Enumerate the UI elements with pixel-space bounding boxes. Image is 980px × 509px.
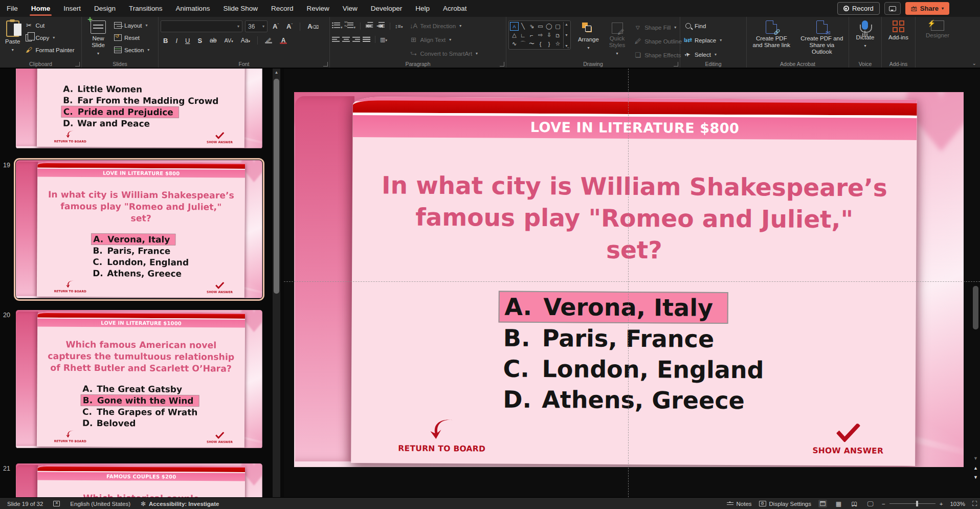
answer-option[interactable]: D.Athens, Greece [503, 384, 745, 416]
menu-tab-insert[interactable]: Insert [57, 0, 87, 17]
bold-button[interactable]: B [161, 36, 170, 45]
horizontal-guide[interactable] [284, 281, 980, 282]
dictate-button[interactable]: Dictate▾ [853, 18, 878, 59]
notes-button[interactable]: Notes [727, 501, 752, 507]
align-text-button[interactable]: ⊞Align Text▾ [408, 34, 479, 45]
columns-button[interactable]: ▥▾ [380, 36, 387, 43]
menu-tab-view[interactable]: View [336, 0, 364, 17]
slide-thumbnail-20[interactable]: ♥♥♥LOVE IN LITERATURE $1000Which famous … [16, 310, 262, 449]
shapes-scroll-up[interactable]: ▲ [565, 23, 568, 26]
canvas-scrollbar[interactable]: ▼ ▲ ▼ [972, 69, 979, 497]
menu-tab-record[interactable]: Record [264, 0, 300, 17]
comments-button[interactable] [884, 2, 901, 15]
return-to-board-button[interactable]: RETURN TO BOARD [54, 280, 86, 293]
record-button[interactable]: Record [837, 2, 880, 15]
line-shape-icon[interactable]: ╲ [519, 22, 527, 31]
accessibility-indicator[interactable]: ✻Accessibility: Investigate [141, 500, 219, 507]
slide-thumbnail-19[interactable]: ♥♥♥LOVE IN LITERATURE $800In what city i… [16, 160, 262, 299]
align-right-button[interactable] [352, 36, 360, 43]
create-pdf-outlook-button[interactable]: Create PDF and Share via Outlook [797, 18, 847, 59]
menu-tab-developer[interactable]: Developer [364, 0, 409, 17]
quick-styles-button[interactable]: Quick Styles▾ [606, 20, 628, 57]
display-settings-button[interactable]: ⚙Display Settings [759, 501, 811, 507]
find-button[interactable]: Find [682, 20, 744, 31]
star-shape-icon[interactable]: ☆ [553, 39, 562, 48]
line-spacing-button[interactable]: ↕≡▾ [395, 23, 403, 29]
answer-option[interactable]: B.Paris, France [93, 245, 170, 257]
slide-indicator[interactable]: Slide 19 of 32 [7, 501, 43, 507]
answer-option-highlighted[interactable]: C.Pride and Prejudice [61, 106, 179, 118]
shapes-gallery[interactable]: A╲⇘▭◯▢ △∟⌐⇨⇩🗅 ∿⌒〜{}☆ ▲▼▼̲ [508, 20, 571, 50]
text-direction-button[interactable]: ↓AText Direction▾ [408, 20, 479, 31]
paste-button[interactable]: Paste▾ [2, 18, 23, 59]
elbow-arrow-shape-icon[interactable]: ⌐ [527, 31, 536, 39]
thumbnails-scrollbar[interactable]: ▲ [273, 69, 280, 497]
drawing-dialog-launcher[interactable] [674, 62, 678, 67]
scroll-up-arrow-icon[interactable]: ▲ [273, 70, 280, 75]
justify-button[interactable] [363, 36, 370, 43]
triangle-shape-icon[interactable]: △ [510, 31, 519, 39]
category-title-band[interactable]: LOVE IN LITERATURE $800 [37, 169, 245, 178]
question-text[interactable]: In what city is William Shakespeare’sfam… [46, 189, 237, 225]
select-button[interactable]: ➤Select▾ [682, 49, 744, 60]
menu-tab-slide-show[interactable]: Slide Show [216, 0, 264, 17]
return-to-board-button[interactable]: RETURN TO BOARD [398, 417, 485, 454]
spellcheck-button[interactable]: ✕ [53, 501, 60, 506]
elbow-shape-icon[interactable]: ∟ [519, 31, 527, 39]
italic-button[interactable]: I [173, 36, 180, 45]
change-case-button[interactable]: Aa▾ [238, 36, 253, 45]
right-arrow-shape-icon[interactable]: ⇨ [536, 31, 545, 39]
section-button[interactable]: Section▾ [113, 45, 151, 55]
arc-shape-icon[interactable]: ⌒ [519, 39, 527, 48]
category-title-band[interactable]: FAMOUS COUPLES $200 [37, 472, 245, 481]
create-pdf-link-button[interactable]: Create PDF and Share link [749, 18, 794, 59]
strikethrough-button[interactable]: ab [207, 36, 219, 45]
menu-tab-acrobat[interactable]: Acrobat [436, 0, 474, 17]
menu-tab-review[interactable]: Review [300, 0, 336, 17]
menu-tab-help[interactable]: Help [409, 0, 436, 17]
new-slide-button[interactable]: New Slide▾ [84, 18, 113, 59]
copy-button[interactable]: Copy▾ [23, 32, 76, 43]
right-brace-shape-icon[interactable]: } [545, 39, 553, 48]
align-center-button[interactable] [342, 36, 350, 43]
cut-button[interactable]: ✂Cut [23, 20, 76, 31]
paragraph-dialog-launcher[interactable] [500, 62, 504, 67]
bullets-button[interactable]: ▾ [332, 21, 343, 31]
shrink-font-button[interactable]: Aˇ [284, 22, 295, 31]
question-text[interactable]: Which historical couple [46, 492, 237, 497]
curve-shape-icon[interactable]: 〜 [527, 39, 536, 48]
clipboard-dialog-launcher[interactable] [75, 62, 80, 67]
previous-slide-button[interactable]: ▲ [972, 466, 979, 471]
vertical-guide[interactable] [628, 69, 629, 497]
font-size-combobox[interactable]: 36▾ [245, 20, 268, 32]
rect-shape-icon[interactable]: ▭ [536, 22, 545, 31]
return-to-board-button[interactable]: RETURN TO BOARD [54, 130, 86, 143]
category-title-band[interactable]: LOVE IN LITERATURE $1000 [37, 319, 245, 328]
slideshow-view-button[interactable]: 🖵 [866, 500, 875, 507]
font-dialog-launcher[interactable] [323, 62, 328, 67]
menu-tab-transitions[interactable]: Transitions [122, 0, 169, 17]
normal-view-button[interactable]: 🗔 [818, 500, 827, 507]
answer-option[interactable]: C.The Grapes of Wrath [82, 406, 197, 418]
zoom-out-button[interactable]: − [882, 501, 885, 507]
answer-option[interactable]: A.The Great Gatsby [82, 383, 182, 395]
reading-view-button[interactable]: 🕮 [850, 500, 859, 507]
replace-button[interactable]: b⇄Replace▾ [682, 35, 744, 46]
answer-option[interactable]: D.Beloved [82, 417, 136, 429]
zoom-slider[interactable]: − + [882, 501, 943, 507]
answers-list[interactable]: A.Verona, ItalyB.Paris, FranceC.London, … [503, 291, 764, 416]
show-answer-button[interactable]: SHOW ANSWER [207, 432, 233, 444]
language-indicator[interactable]: English (United States) [70, 501, 130, 507]
answer-option[interactable]: D.Athens, Greece [93, 268, 182, 279]
shapes-more[interactable]: ▼̲ [565, 44, 568, 48]
grow-font-button[interactable]: Aˆ [270, 22, 281, 31]
flowchart-shape-icon[interactable]: 🗅 [553, 31, 562, 39]
question-text[interactable]: Which famous American novelcaptures the … [46, 339, 237, 374]
roundrect-shape-icon[interactable]: ▢ [553, 22, 562, 31]
answer-option[interactable]: C.London, England [93, 256, 189, 268]
shapes-scroll-down[interactable]: ▼ [565, 33, 568, 37]
convert-smartart-button[interactable]: ⮑Convert to SmartArt▾ [408, 48, 479, 59]
highlight-color-button[interactable]: 🖉 [262, 37, 275, 44]
answer-option-highlighted[interactable]: A.Verona, Italy [498, 291, 728, 324]
category-title-band[interactable]: LOVE IN LITERATURE $800 [352, 115, 917, 140]
